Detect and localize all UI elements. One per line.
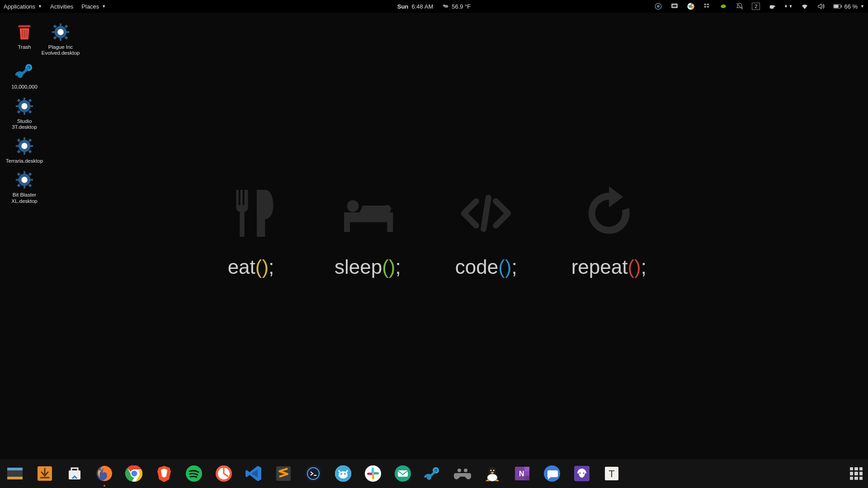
desktop-icon-trash[interactable]: Trash (6, 19, 42, 56)
dock-software[interactable] (65, 464, 84, 483)
wifi-icon[interactable] (801, 2, 809, 10)
svg-rect-85 (372, 468, 374, 473)
dock-tux[interactable] (483, 464, 502, 483)
svg-rect-105 (524, 476, 529, 480)
svg-rect-65 (7, 468, 23, 470)
dock-sublime[interactable] (274, 464, 293, 483)
desktop-icon-label: Studio 3T.desktop (6, 118, 42, 130)
chevron-down-icon: ▼ (860, 4, 864, 9)
clipboard-icon[interactable]: ▼ (784, 2, 793, 10)
chevron-down-icon: ▼ (102, 4, 106, 9)
desktop-icon-label: Plague Inc Evolved.desktop (42, 44, 80, 56)
svg-rect-32 (24, 111, 25, 115)
nvidia-icon[interactable] (719, 2, 727, 10)
desktop-icon-tenmillion[interactable]: 10,000,000 (6, 59, 42, 90)
activities-button[interactable]: Activities (50, 3, 73, 10)
svg-rect-19 (60, 38, 61, 41)
clock[interactable]: Sun 6:48 AM (397, 3, 434, 10)
dock-rambox[interactable] (334, 464, 353, 483)
svg-rect-88 (367, 473, 373, 475)
dock-onenote[interactable]: N (513, 464, 532, 483)
dock: N T (0, 459, 868, 488)
svg-rect-54 (30, 179, 33, 181)
dropbox-icon[interactable] (703, 2, 711, 10)
workspace-indicator[interactable]: 2 (752, 3, 760, 10)
dock-spotify[interactable] (184, 464, 203, 483)
svg-rect-13 (19, 25, 31, 28)
svg-point-95 (464, 469, 467, 472)
svg-rect-53 (16, 179, 19, 181)
chevron-down-icon: ▼ (789, 4, 793, 9)
svg-text:T: T (609, 468, 614, 479)
svg-point-109 (580, 473, 581, 474)
svg-point-39 (21, 103, 27, 109)
dock-vscode[interactable] (244, 464, 263, 483)
dock-termius[interactable] (304, 464, 323, 483)
desktop-icon-studio3t[interactable]: Studio 3T.desktop (6, 93, 42, 130)
svg-point-100 (491, 470, 492, 471)
svg-rect-36 (28, 99, 32, 102)
desktop-icon-terraria[interactable]: Terraria.desktop (6, 133, 42, 164)
svg-rect-62 (344, 212, 350, 232)
svg-rect-21 (66, 31, 70, 33)
svg-rect-103 (524, 467, 529, 471)
sync-icon[interactable] (654, 2, 662, 10)
notifications-icon[interactable] (736, 2, 744, 10)
show-applications-button[interactable] (850, 467, 863, 480)
desktop-icon-label: Terraria.desktop (6, 158, 43, 164)
trash-icon (14, 22, 35, 42)
dock-steam[interactable] (423, 464, 442, 483)
svg-rect-31 (24, 97, 25, 101)
desktop[interactable]: Trash Plague Inc Evolved.desktop 10,000,… (0, 13, 868, 459)
svg-rect-35 (17, 99, 20, 102)
dock-media[interactable] (214, 464, 233, 483)
svg-rect-57 (17, 184, 20, 188)
clock-time: 6:48 AM (412, 3, 434, 10)
battery-indicator[interactable]: 66 %▼ (833, 3, 864, 10)
svg-text:N: N (519, 470, 524, 478)
svg-point-101 (493, 470, 495, 471)
dock-files[interactable] (5, 464, 24, 483)
svg-rect-14 (22, 30, 23, 38)
dock-brave[interactable] (155, 464, 174, 483)
caffeine-icon[interactable] (768, 2, 776, 10)
svg-rect-23 (64, 24, 68, 28)
places-menu[interactable]: Places▼ (81, 3, 106, 10)
svg-point-1 (444, 5, 448, 8)
dock-typora[interactable]: T (602, 464, 621, 483)
svg-rect-46 (28, 139, 32, 142)
dock-download[interactable] (35, 464, 54, 483)
dock-retroarch[interactable] (453, 464, 472, 483)
svg-rect-12 (841, 5, 842, 8)
wallpaper-fn: sleep (335, 256, 382, 278)
desktop-icon-bitblaster[interactable]: Bit Blaster XL.desktop (6, 167, 42, 204)
svg-rect-34 (30, 105, 33, 107)
dock-messages[interactable] (542, 464, 561, 483)
svg-rect-56 (28, 173, 32, 176)
applications-menu[interactable]: Applications▼ (4, 3, 42, 10)
chrome-tray-icon[interactable] (687, 2, 695, 10)
svg-point-110 (583, 473, 585, 474)
wallpaper-fn: code (455, 256, 498, 278)
weather-indicator[interactable]: 56.9 °F (441, 2, 471, 10)
dock-chrome[interactable] (125, 464, 144, 483)
display-icon[interactable] (670, 2, 679, 10)
svg-rect-63 (387, 212, 393, 232)
volume-icon[interactable] (817, 2, 825, 10)
desktop-icon-plague[interactable]: Plague Inc Evolved.desktop (42, 19, 79, 56)
dock-mail[interactable] (393, 464, 412, 483)
svg-rect-68 (69, 470, 80, 479)
svg-rect-18 (60, 23, 61, 27)
dock-firefox[interactable] (95, 464, 114, 483)
gear-icon (14, 96, 35, 117)
clock-day: Sun (397, 3, 409, 10)
dock-gitkraken[interactable] (572, 464, 591, 483)
svg-point-99 (491, 472, 494, 474)
svg-rect-11 (834, 5, 839, 8)
svg-rect-47 (17, 150, 20, 153)
svg-rect-24 (53, 36, 57, 39)
svg-point-82 (340, 473, 342, 475)
svg-rect-41 (24, 137, 25, 141)
svg-rect-45 (17, 139, 20, 142)
dock-slack[interactable] (363, 464, 382, 483)
